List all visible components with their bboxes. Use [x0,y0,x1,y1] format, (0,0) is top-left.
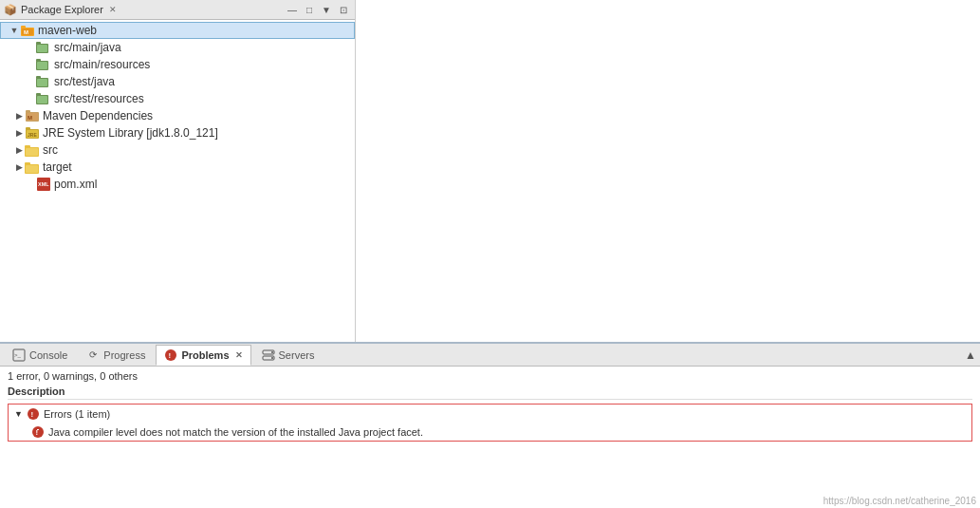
error-group-header[interactable]: ▼ ! Errors (1 item) [9,405,971,423]
src-folder-icon-0 [36,40,51,55]
tree-label-4: Maven Dependencies [43,109,153,122]
panel-header-left: 📦 Package Explorer ✕ [4,4,117,16]
tab-progress[interactable]: ⟳ Progress [78,345,154,366]
tree-arrow-project: ▼ [9,26,20,35]
project-label: maven-web [38,24,97,37]
editor-area [356,0,980,342]
svg-rect-8 [36,59,41,62]
error-item-icon-0: ! [31,425,45,439]
description-header: Description [8,386,972,400]
tree-item-7[interactable]: ▶ target [0,159,355,176]
tab-problems[interactable]: ! Problems ✕ [156,345,250,366]
settings-icon[interactable]: ▼ [319,2,334,17]
svg-rect-29 [26,165,38,173]
tree-label-8: pom.xml [54,178,97,191]
problems-tab-icon: ! [164,348,177,362]
close-tab-icon[interactable]: ✕ [109,5,117,14]
svg-rect-11 [36,76,41,79]
watermark: https://blog.csdn.net/catherine_2016 [823,496,976,506]
tree-arrow-7: ▶ [13,162,25,172]
tree-item-1[interactable]: src/main/resources [0,56,355,73]
svg-rect-15 [37,96,47,103]
error-group: ▼ ! Errors (1 item) ! Java compiler leve… [8,404,972,442]
xml-icon: XML [36,177,51,192]
svg-point-39 [271,357,273,359]
tree-label-5: JRE System Library [jdk1.8.0_121] [43,126,218,140]
svg-rect-25 [25,145,30,148]
error-expand-icon: ▼ [14,409,23,419]
maven-icon: M [25,108,40,123]
svg-rect-21 [26,127,30,130]
svg-text:!: ! [36,428,39,437]
svg-rect-5 [36,42,41,45]
bottom-section: >_ Console ⟳ Progress ! Problems [0,342,980,508]
tree-label-0: src/main/java [54,41,121,54]
svg-rect-1 [21,26,26,28]
progress-tab-icon: ⟳ [86,348,100,362]
svg-text:XML: XML [38,181,49,187]
tree-label-2: src/test/java [54,75,115,88]
console-tab-label: Console [29,349,67,361]
tree-item-3[interactable]: src/test/resources [0,90,355,107]
error-circle-icon: ! [27,407,40,421]
problems-close-icon[interactable]: ✕ [235,350,243,360]
tree-label-7: target [43,160,72,174]
panel-maximize-icon[interactable]: ⊡ [336,2,351,17]
status-line: 1 error, 0 warnings, 0 others [8,370,972,382]
tree-arrow-5: ▶ [13,128,25,138]
error-item-text-0: Java compiler level does not match the v… [48,426,423,438]
scroll-up-icon[interactable]: ▲ [965,348,976,362]
servers-tab-label: Servers [279,349,315,361]
tree-item-4[interactable]: ▶ M Maven Dependencies [0,107,355,124]
tree-arrow-4: ▶ [13,111,25,121]
top-section: 📦 Package Explorer ✕ — □ ▼ ⊡ ▼ [0,0,980,342]
main-container: 📦 Package Explorer ✕ — □ ▼ ⊡ ▼ [0,0,980,508]
tab-bar: >_ Console ⟳ Progress ! Problems [0,344,980,367]
folder-icon-6 [25,142,40,158]
tree-item-8[interactable]: XML pom.xml [0,176,355,193]
tab-console[interactable]: >_ Console [4,345,76,366]
svg-rect-12 [37,79,47,86]
svg-text:>_: >_ [14,352,22,358]
bottom-content: 1 error, 0 warnings, 0 others Descriptio… [0,367,980,508]
svg-text:JRE: JRE [28,132,37,138]
tree-item-5[interactable]: ▶ JRE JRE System Library [jdk1.8.0_121] [0,124,355,141]
tree-label-3: src/test/resources [54,92,144,105]
tree-item-project[interactable]: ▼ M maven-web [0,22,355,39]
tab-servers[interactable]: Servers [253,345,324,366]
servers-tab-icon [262,348,275,362]
progress-tab-label: Progress [103,349,145,361]
problems-tab-label: Problems [181,349,229,361]
package-explorer-panel: 📦 Package Explorer ✕ — □ ▼ ⊡ ▼ [0,0,356,342]
tree-arrow-6: ▶ [13,145,25,155]
tree-item-2[interactable]: src/test/java [0,73,355,90]
tree-view[interactable]: ▼ M maven-web [0,20,355,342]
src-folder-icon-3 [36,91,51,106]
maximize-icon[interactable]: □ [302,2,317,17]
minimize-icon[interactable]: — [285,2,300,17]
tree-label-1: src/main/resources [54,58,150,71]
tree-item-0[interactable]: src/main/java [0,39,355,56]
panel-header: 📦 Package Explorer ✕ — □ ▼ ⊡ [0,0,355,20]
console-tab-icon: >_ [12,348,26,362]
svg-rect-6 [37,45,47,52]
svg-text:!: ! [30,410,33,419]
scroll-up-area: ▲ [965,348,976,362]
src-folder-icon-1 [36,57,51,72]
src-folder-icon-2 [36,74,51,89]
svg-rect-17 [26,110,30,113]
tree-item-6[interactable]: ▶ src [0,141,355,159]
folder-icon-7 [25,160,40,175]
svg-text:M: M [28,115,32,121]
jre-icon: JRE [25,125,40,141]
svg-text:M: M [24,29,28,35]
tree-label-6: src [43,143,58,157]
svg-rect-14 [36,93,41,96]
panel-title: Package Explorer [21,4,103,15]
package-explorer-icon: 📦 [4,4,17,16]
description-header-label: Description [8,386,65,397]
svg-rect-26 [26,148,38,156]
panel-header-icons: — □ ▼ ⊡ [285,2,351,17]
error-item-0[interactable]: ! Java compiler level does not match the… [9,423,971,441]
project-icon: M [20,23,35,38]
